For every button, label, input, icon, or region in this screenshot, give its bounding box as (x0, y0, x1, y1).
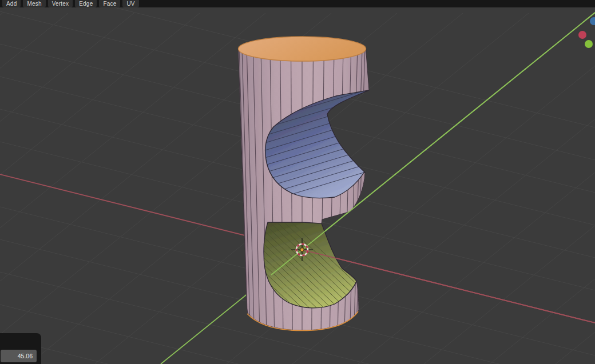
cylinder-top-cap (239, 37, 366, 61)
menu-add[interactable]: Add (2, 0, 21, 7)
blender-3d-viewport[interactable]: Add Mesh Vertex Edge Face UV 45.06 (0, 0, 595, 364)
y-axis-ball[interactable] (585, 40, 593, 48)
operator-adjust-panel[interactable]: 45.06 (0, 333, 41, 364)
menu-face[interactable]: Face (99, 0, 120, 7)
menu-edge[interactable]: Edge (75, 0, 97, 7)
menu-uv[interactable]: UV (122, 0, 138, 7)
x-axis-ball[interactable] (578, 31, 586, 39)
operator-value-field[interactable]: 45.06 (1, 350, 37, 362)
edit-mode-menubar: Add Mesh Vertex Edge Face UV (0, 0, 595, 7)
menu-vertex[interactable]: Vertex (48, 0, 73, 7)
viewport-scene[interactable] (0, 0, 595, 364)
menu-mesh[interactable]: Mesh (23, 0, 45, 7)
